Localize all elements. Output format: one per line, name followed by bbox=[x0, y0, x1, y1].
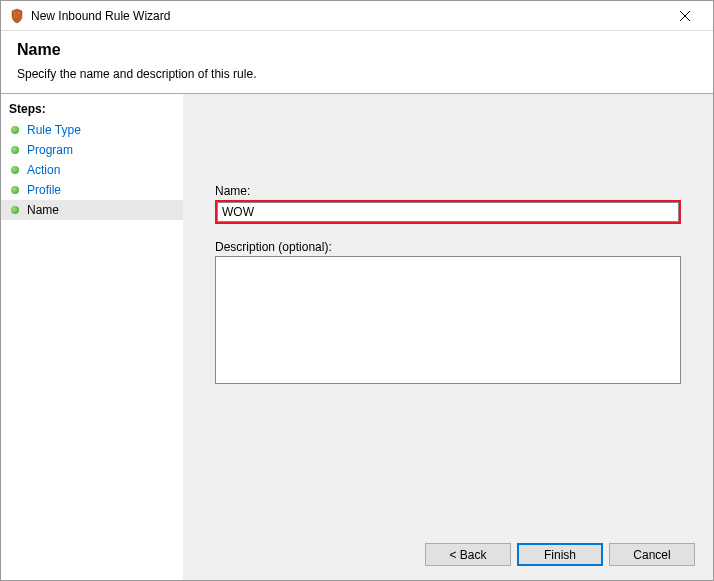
wizard-header: Name Specify the name and description of… bbox=[1, 31, 713, 93]
close-button[interactable] bbox=[665, 2, 705, 30]
bullet-icon bbox=[11, 166, 19, 174]
svg-rect-2 bbox=[14, 15, 17, 17]
name-input[interactable] bbox=[217, 202, 679, 222]
bullet-icon bbox=[11, 146, 19, 154]
bullet-icon bbox=[11, 206, 19, 214]
step-label: Name bbox=[27, 203, 59, 217]
step-profile[interactable]: Profile bbox=[1, 180, 183, 200]
finish-button[interactable]: Finish bbox=[517, 543, 603, 566]
step-label: Program bbox=[27, 143, 73, 157]
cancel-button[interactable]: Cancel bbox=[609, 543, 695, 566]
name-field-group: Name: bbox=[215, 184, 681, 224]
step-program[interactable]: Program bbox=[1, 140, 183, 160]
steps-sidebar: Steps: Rule Type Program Action Profile … bbox=[1, 94, 183, 580]
form-area: Name: Description (optional): bbox=[183, 94, 713, 533]
step-name[interactable]: Name bbox=[1, 200, 183, 220]
titlebar: New Inbound Rule Wizard bbox=[1, 1, 713, 31]
step-rule-type[interactable]: Rule Type bbox=[1, 120, 183, 140]
window-title: New Inbound Rule Wizard bbox=[31, 9, 665, 23]
name-input-highlight bbox=[215, 200, 681, 224]
description-label: Description (optional): bbox=[215, 240, 681, 254]
firewall-icon bbox=[9, 8, 25, 24]
close-icon bbox=[680, 11, 690, 21]
svg-rect-1 bbox=[17, 12, 20, 14]
back-button[interactable]: < Back bbox=[425, 543, 511, 566]
main-content: Steps: Rule Type Program Action Profile … bbox=[1, 93, 713, 580]
description-input[interactable] bbox=[215, 256, 681, 384]
step-label: Profile bbox=[27, 183, 61, 197]
bullet-icon bbox=[11, 186, 19, 194]
description-field-group: Description (optional): bbox=[215, 240, 681, 387]
steps-title: Steps: bbox=[1, 100, 183, 120]
step-label: Action bbox=[27, 163, 60, 177]
page-title: Name bbox=[17, 41, 697, 59]
bullet-icon bbox=[11, 126, 19, 134]
steps-list: Rule Type Program Action Profile Name bbox=[1, 120, 183, 220]
step-label: Rule Type bbox=[27, 123, 81, 137]
button-bar: < Back Finish Cancel bbox=[183, 533, 713, 580]
step-action[interactable]: Action bbox=[1, 160, 183, 180]
page-subtitle: Specify the name and description of this… bbox=[17, 67, 697, 81]
content-pane: Name: Description (optional): < Back Fin… bbox=[183, 94, 713, 580]
name-label: Name: bbox=[215, 184, 681, 198]
svg-rect-0 bbox=[13, 12, 16, 14]
